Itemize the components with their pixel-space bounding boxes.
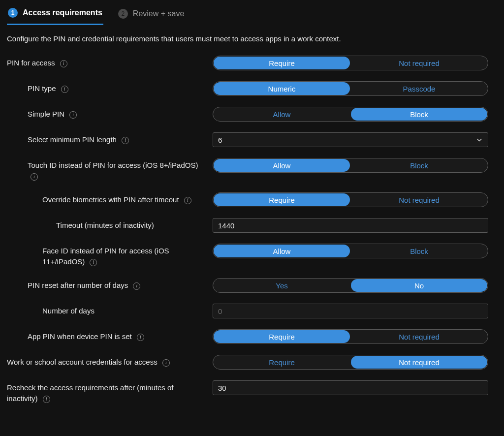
label-override-biometrics: Override biometrics with PIN after timeo… [42,195,179,204]
option-not-required[interactable]: Not required [351,193,487,206]
input-timeout[interactable]: 1440 [213,218,488,233]
row-face-id: Face ID instead of PIN for access (iOS 1… [7,244,497,267]
label-work-school-creds: Work or school account credentials for a… [7,358,158,366]
row-timeout: Timeout (minutes of inactivity) 1440 [7,218,497,233]
row-number-of-days: Number of days 0 [7,304,497,318]
option-numeric[interactable]: Numeric [214,82,350,95]
option-allow[interactable]: Allow [214,245,350,257]
row-work-school-creds: Work or school account credentials for a… [7,355,497,370]
input-number-of-days: 0 [213,304,488,318]
option-allow[interactable]: Allow [214,159,350,172]
label-touch-id: Touch ID instead of PIN for access (iOS … [28,161,198,169]
toggle-override-biometrics[interactable]: Require Not required [213,192,488,207]
option-passcode[interactable]: Passcode [351,82,487,95]
info-icon[interactable]: i [69,111,77,119]
option-yes[interactable]: Yes [214,279,350,292]
row-override-biometrics: Override biometrics with PIN after timeo… [7,192,497,207]
toggle-pin-for-access[interactable]: Require Not required [213,56,488,70]
tab-label: Access requirements [23,8,102,17]
row-pin-for-access: PIN for access i Require Not required [7,56,497,70]
page-description: Configure the PIN and credential require… [7,34,497,43]
input-value: 1440 [218,221,234,230]
input-value: 30 [218,384,226,392]
wizard-tabs: 1 Access requirements 2 Review + save [7,5,497,26]
info-icon[interactable]: i [137,334,144,341]
label-pin-type: PIN type [28,84,56,93]
info-icon[interactable]: i [61,86,68,93]
row-pin-type: PIN type i Numeric Passcode [7,81,497,96]
info-icon[interactable]: i [122,137,129,144]
info-icon[interactable]: i [162,359,170,367]
info-icon[interactable]: i [133,282,140,290]
step-badge-1: 1 [8,8,18,18]
toggle-work-school-creds[interactable]: Require Not required [213,355,488,370]
row-simple-pin: Simple PIN i Allow Block [7,107,497,122]
info-icon[interactable]: i [31,173,38,181]
option-require[interactable]: Require [214,356,350,369]
option-allow[interactable]: Allow [214,108,350,121]
option-not-required[interactable]: Not required [351,330,487,343]
tab-access-requirements[interactable]: 1 Access requirements [7,5,103,25]
option-block[interactable]: Block [351,159,487,172]
label-pin-for-access: PIN for access [7,59,55,67]
toggle-pin-type[interactable]: Numeric Passcode [213,81,488,96]
info-icon[interactable]: i [60,60,67,67]
option-require[interactable]: Require [214,193,350,206]
toggle-pin-reset[interactable]: Yes No [213,278,488,293]
option-require[interactable]: Require [214,57,350,69]
tab-review-save[interactable]: 2 Review + save [117,6,186,25]
input-value: 0 [218,307,222,315]
label-recheck: Recheck the access requirements after (m… [7,383,173,403]
option-block[interactable]: Block [351,245,487,257]
label-simple-pin: Simple PIN [28,110,64,118]
select-min-pin-length[interactable]: 6 [213,132,488,147]
step-badge-2: 2 [118,9,128,19]
toggle-face-id[interactable]: Allow Block [213,244,488,258]
row-min-pin-length: Select minimum PIN length i 6 [7,132,497,147]
option-no[interactable]: No [351,279,487,292]
label-min-pin-length: Select minimum PIN length [28,135,117,144]
row-pin-reset: PIN reset after number of days i Yes No [7,278,497,293]
info-icon[interactable]: i [43,396,50,403]
info-icon[interactable]: i [90,259,97,266]
toggle-app-pin[interactable]: Require Not required [213,329,488,344]
info-icon[interactable]: i [184,197,191,204]
select-value: 6 [218,136,222,144]
toggle-simple-pin[interactable]: Allow Block [213,107,488,122]
input-recheck[interactable]: 30 [213,380,488,395]
tab-label: Review + save [133,9,185,18]
option-block[interactable]: Block [351,108,487,121]
row-app-pin: App PIN when device PIN is set i Require… [7,329,497,344]
row-recheck: Recheck the access requirements after (m… [7,380,497,404]
chevron-down-icon [476,136,483,143]
label-face-id: Face ID instead of PIN for access (iOS 1… [42,247,169,266]
option-require[interactable]: Require [214,330,350,343]
label-number-of-days: Number of days [42,307,94,315]
label-timeout: Timeout (minutes of inactivity) [56,221,154,229]
label-pin-reset: PIN reset after number of days [28,281,128,289]
toggle-touch-id[interactable]: Allow Block [213,158,488,173]
label-app-pin: App PIN when device PIN is set [28,332,132,341]
option-not-required[interactable]: Not required [351,356,487,369]
row-touch-id: Touch ID instead of PIN for access (iOS … [7,158,497,182]
option-not-required[interactable]: Not required [351,57,487,69]
